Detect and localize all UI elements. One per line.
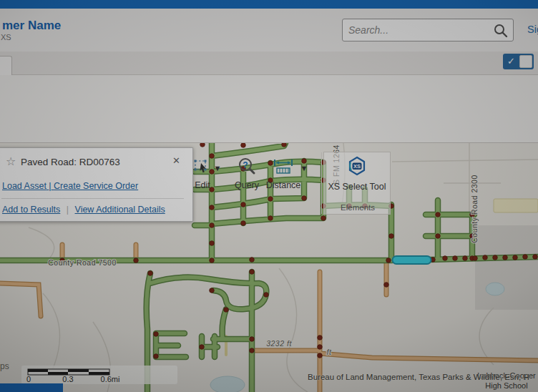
- close-icon[interactable]: ✕: [172, 155, 180, 166]
- distance-label-fragment: ft: [327, 348, 332, 356]
- edit-dropdown-chevron[interactable]: ▼: [213, 165, 222, 173]
- edit-icon: [192, 157, 212, 177]
- distance-icon: [273, 157, 294, 177]
- search-input[interactable]: [348, 20, 484, 40]
- svg-text:?: ?: [243, 160, 248, 170]
- star-icon: ☆: [6, 155, 16, 168]
- scale-tick: 0.6mi: [96, 375, 124, 383]
- app-header: mer Name XS Sig: [0, 9, 538, 52]
- road-label-county-road-2300: County Road 2300: [470, 175, 479, 243]
- query-icon: ?: [237, 157, 257, 177]
- search-icon[interactable]: [493, 23, 509, 39]
- link-separator: |: [63, 205, 72, 215]
- popup-title: Paved Road: RD00763: [21, 157, 120, 167]
- scale-tick: 0.3: [59, 375, 77, 383]
- tool-label: Distance: [260, 180, 306, 190]
- ribbon-tab-edge[interactable]: [0, 56, 12, 75]
- scale-bar: 0 0.3 0.6mi: [21, 366, 177, 384]
- add-to-results-link[interactable]: Add to Results: [2, 205, 60, 215]
- yellow-label-box: [494, 199, 538, 212]
- left-edge-text-fragment: ps: [0, 361, 9, 371]
- distance-dropdown-chevron[interactable]: ▼: [300, 165, 308, 173]
- view-additional-details-link[interactable]: View Additional Details: [75, 205, 165, 215]
- popup-divider: [1, 198, 184, 199]
- bottom-left-blue-bar: [0, 383, 63, 392]
- map-attribution: Bureau of Land Management, Texas Parks &…: [308, 373, 538, 381]
- toggle-knob: [519, 55, 532, 68]
- app-subtitle: XS: [1, 33, 11, 41]
- road-label-county-road-7500: County Road 7500: [48, 258, 117, 267]
- svg-text:XS: XS: [353, 163, 361, 170]
- school-parcel: [475, 225, 538, 310]
- xs-select-icon: XS: [347, 156, 367, 176]
- popup-action-row: Load Asset | Create Service Order: [2, 181, 138, 191]
- app-title: mer Name: [2, 19, 61, 33]
- scale-tick: 0: [26, 375, 31, 383]
- load-asset-link[interactable]: Load Asset: [2, 181, 47, 191]
- search-box: [342, 19, 514, 41]
- app-window: S FM 1264 County Road 2300 County Road 7…: [0, 0, 538, 392]
- ribbon-toggle[interactable]: ✓: [503, 54, 534, 69]
- distance-button[interactable]: Distance: [260, 155, 306, 195]
- tool-label: XS Select Tool: [324, 182, 390, 192]
- browser-top-bar: [0, 0, 538, 9]
- pond: [486, 283, 504, 295]
- ribbon-toolbar: ↺ Initial View i Identify: [0, 75, 538, 143]
- group-label-elements: Elements: [322, 203, 393, 212]
- popup-action-row: Add to Results | View Additional Details: [2, 205, 165, 215]
- check-icon: ✓: [507, 56, 515, 67]
- create-service-order-link[interactable]: Create Service Order: [54, 181, 138, 191]
- sign-out-link[interactable]: Sig: [527, 24, 538, 35]
- pond: [210, 376, 245, 392]
- ribbon-tab-strip: [0, 52, 538, 75]
- feature-popup: ☆ Paved Road: RD00763 ✕ Load Asset | Cre…: [0, 147, 193, 222]
- distance-label-3232ft: 3232 ft: [266, 339, 292, 348]
